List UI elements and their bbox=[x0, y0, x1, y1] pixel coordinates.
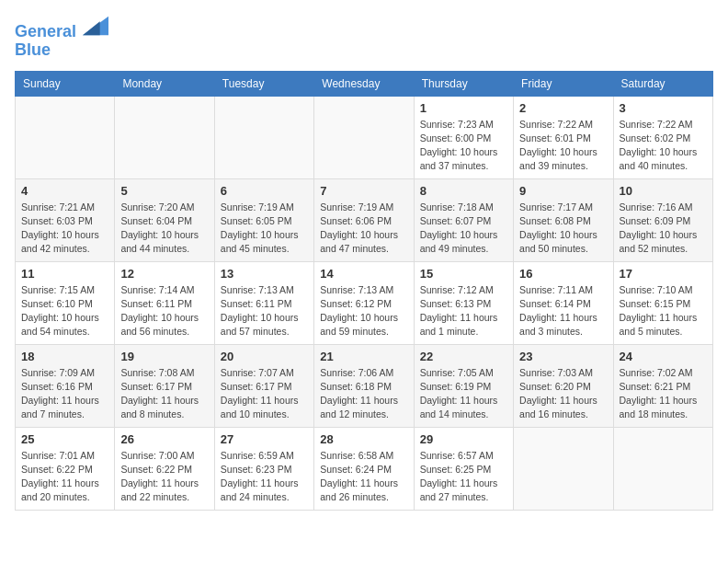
calendar-cell: 22Sunrise: 7:05 AMSunset: 6:19 PMDayligh… bbox=[414, 344, 513, 427]
calendar-week-3: 11Sunrise: 7:15 AMSunset: 6:10 PMDayligh… bbox=[16, 261, 713, 344]
calendar-cell: 9Sunrise: 7:17 AMSunset: 6:08 PMDaylight… bbox=[514, 178, 613, 261]
day-info: Sunrise: 7:05 AMSunset: 6:19 PMDaylight:… bbox=[420, 366, 507, 422]
day-info: Sunrise: 7:21 AMSunset: 6:03 PMDaylight:… bbox=[21, 201, 108, 257]
day-info: Sunrise: 7:03 AMSunset: 6:20 PMDaylight:… bbox=[519, 366, 607, 422]
day-info: Sunrise: 7:12 AMSunset: 6:13 PMDaylight:… bbox=[420, 283, 507, 339]
day-info: Sunrise: 7:19 AMSunset: 6:06 PMDaylight:… bbox=[320, 201, 407, 257]
calendar-table: SundayMondayTuesdayWednesdayThursdayFrid… bbox=[15, 71, 713, 511]
calendar-cell: 14Sunrise: 7:13 AMSunset: 6:12 PMDayligh… bbox=[314, 261, 414, 344]
calendar-cell bbox=[16, 96, 115, 178]
day-number: 8 bbox=[420, 184, 507, 198]
day-number: 13 bbox=[221, 267, 308, 281]
calendar-cell: 21Sunrise: 7:06 AMSunset: 6:18 PMDayligh… bbox=[314, 344, 414, 427]
day-info: Sunrise: 7:23 AMSunset: 6:00 PMDaylight:… bbox=[420, 118, 507, 174]
calendar-cell: 18Sunrise: 7:09 AMSunset: 6:16 PMDayligh… bbox=[16, 344, 115, 427]
day-number: 18 bbox=[21, 350, 108, 363]
day-number: 14 bbox=[320, 267, 407, 281]
calendar-cell: 26Sunrise: 7:00 AMSunset: 6:22 PMDayligh… bbox=[115, 427, 214, 510]
calendar-cell bbox=[314, 96, 414, 178]
calendar-cell: 15Sunrise: 7:12 AMSunset: 6:13 PMDayligh… bbox=[414, 261, 513, 344]
day-number: 4 bbox=[21, 184, 108, 198]
day-info: Sunrise: 7:22 AMSunset: 6:02 PMDaylight:… bbox=[620, 118, 707, 174]
day-number: 2 bbox=[519, 101, 607, 115]
calendar-cell: 4Sunrise: 7:21 AMSunset: 6:03 PMDaylight… bbox=[16, 178, 115, 261]
calendar-cell bbox=[214, 96, 313, 178]
logo-text: General bbox=[15, 15, 108, 41]
calendar-cell: 16Sunrise: 7:11 AMSunset: 6:14 PMDayligh… bbox=[514, 261, 613, 344]
day-number: 19 bbox=[120, 350, 208, 363]
day-info: Sunrise: 7:02 AMSunset: 6:21 PMDaylight:… bbox=[620, 366, 707, 422]
day-info: Sunrise: 7:00 AMSunset: 6:22 PMDaylight:… bbox=[120, 449, 208, 505]
calendar-cell: 11Sunrise: 7:15 AMSunset: 6:10 PMDayligh… bbox=[16, 261, 115, 344]
day-number: 29 bbox=[420, 432, 507, 446]
day-info: Sunrise: 7:07 AMSunset: 6:17 PMDaylight:… bbox=[221, 366, 308, 422]
logo-subtext: Blue bbox=[15, 41, 108, 60]
calendar-cell: 10Sunrise: 7:16 AMSunset: 6:09 PMDayligh… bbox=[613, 178, 712, 261]
day-number: 1 bbox=[420, 101, 507, 115]
day-info: Sunrise: 7:16 AMSunset: 6:09 PMDaylight:… bbox=[620, 201, 707, 257]
day-info: Sunrise: 7:08 AMSunset: 6:17 PMDaylight:… bbox=[120, 366, 208, 422]
day-number: 12 bbox=[120, 267, 208, 281]
day-number: 7 bbox=[320, 184, 407, 198]
calendar-cell: 5Sunrise: 7:20 AMSunset: 6:04 PMDaylight… bbox=[115, 178, 214, 261]
day-number: 3 bbox=[620, 101, 707, 115]
day-info: Sunrise: 7:10 AMSunset: 6:15 PMDaylight:… bbox=[620, 283, 707, 339]
calendar-cell: 12Sunrise: 7:14 AMSunset: 6:11 PMDayligh… bbox=[115, 261, 214, 344]
weekday-header-saturday: Saturday bbox=[613, 71, 712, 96]
day-number: 20 bbox=[221, 350, 308, 363]
day-info: Sunrise: 7:14 AMSunset: 6:11 PMDaylight:… bbox=[120, 283, 208, 339]
day-info: Sunrise: 6:58 AMSunset: 6:24 PMDaylight:… bbox=[320, 449, 407, 505]
day-info: Sunrise: 7:13 AMSunset: 6:11 PMDaylight:… bbox=[221, 283, 308, 339]
day-number: 28 bbox=[320, 432, 407, 446]
calendar-cell: 27Sunrise: 6:59 AMSunset: 6:23 PMDayligh… bbox=[214, 427, 313, 510]
day-number: 22 bbox=[420, 350, 507, 363]
calendar-cell: 20Sunrise: 7:07 AMSunset: 6:17 PMDayligh… bbox=[214, 344, 313, 427]
day-number: 27 bbox=[221, 432, 308, 446]
day-info: Sunrise: 7:17 AMSunset: 6:08 PMDaylight:… bbox=[519, 201, 607, 257]
day-number: 25 bbox=[21, 432, 108, 446]
day-number: 9 bbox=[519, 184, 607, 198]
calendar-cell: 17Sunrise: 7:10 AMSunset: 6:15 PMDayligh… bbox=[613, 261, 712, 344]
calendar-week-5: 25Sunrise: 7:01 AMSunset: 6:22 PMDayligh… bbox=[16, 427, 713, 510]
day-number: 10 bbox=[620, 184, 707, 198]
day-number: 15 bbox=[420, 267, 507, 281]
calendar-cell bbox=[514, 427, 613, 510]
day-info: Sunrise: 7:06 AMSunset: 6:18 PMDaylight:… bbox=[320, 366, 407, 422]
day-info: Sunrise: 7:19 AMSunset: 6:05 PMDaylight:… bbox=[221, 201, 308, 257]
day-info: Sunrise: 6:59 AMSunset: 6:23 PMDaylight:… bbox=[221, 449, 308, 505]
calendar-cell: 7Sunrise: 7:19 AMSunset: 6:06 PMDaylight… bbox=[314, 178, 414, 261]
weekday-header-thursday: Thursday bbox=[414, 71, 513, 96]
calendar-cell: 8Sunrise: 7:18 AMSunset: 6:07 PMDaylight… bbox=[414, 178, 513, 261]
day-info: Sunrise: 7:20 AMSunset: 6:04 PMDaylight:… bbox=[120, 201, 208, 257]
day-number: 11 bbox=[21, 267, 108, 281]
day-number: 26 bbox=[120, 432, 208, 446]
weekday-header-friday: Friday bbox=[514, 71, 613, 96]
calendar-cell: 28Sunrise: 6:58 AMSunset: 6:24 PMDayligh… bbox=[314, 427, 414, 510]
day-info: Sunrise: 7:13 AMSunset: 6:12 PMDaylight:… bbox=[320, 283, 407, 339]
day-number: 5 bbox=[120, 184, 208, 198]
calendar-cell bbox=[613, 427, 712, 510]
day-info: Sunrise: 6:57 AMSunset: 6:25 PMDaylight:… bbox=[420, 449, 507, 505]
calendar-cell: 19Sunrise: 7:08 AMSunset: 6:17 PMDayligh… bbox=[115, 344, 214, 427]
calendar-cell: 23Sunrise: 7:03 AMSunset: 6:20 PMDayligh… bbox=[514, 344, 613, 427]
weekday-header-tuesday: Tuesday bbox=[214, 71, 313, 96]
calendar-cell: 29Sunrise: 6:57 AMSunset: 6:25 PMDayligh… bbox=[414, 427, 513, 510]
day-number: 16 bbox=[519, 267, 607, 281]
weekday-header-sunday: Sunday bbox=[16, 71, 115, 96]
day-info: Sunrise: 7:18 AMSunset: 6:07 PMDaylight:… bbox=[420, 201, 507, 257]
logo-icon bbox=[83, 15, 108, 37]
weekday-header-monday: Monday bbox=[115, 71, 214, 96]
calendar-cell: 3Sunrise: 7:22 AMSunset: 6:02 PMDaylight… bbox=[613, 96, 712, 178]
weekday-header-wednesday: Wednesday bbox=[314, 71, 414, 96]
logo: General Blue bbox=[15, 15, 108, 60]
day-number: 21 bbox=[320, 350, 407, 363]
day-number: 6 bbox=[221, 184, 308, 198]
calendar-week-4: 18Sunrise: 7:09 AMSunset: 6:16 PMDayligh… bbox=[16, 344, 713, 427]
day-number: 24 bbox=[620, 350, 707, 363]
day-info: Sunrise: 7:11 AMSunset: 6:14 PMDaylight:… bbox=[519, 283, 607, 339]
day-number: 23 bbox=[519, 350, 607, 363]
svg-marker-1 bbox=[83, 21, 100, 35]
calendar-cell: 1Sunrise: 7:23 AMSunset: 6:00 PMDaylight… bbox=[414, 96, 513, 178]
calendar-cell: 24Sunrise: 7:02 AMSunset: 6:21 PMDayligh… bbox=[613, 344, 712, 427]
calendar-cell bbox=[115, 96, 214, 178]
